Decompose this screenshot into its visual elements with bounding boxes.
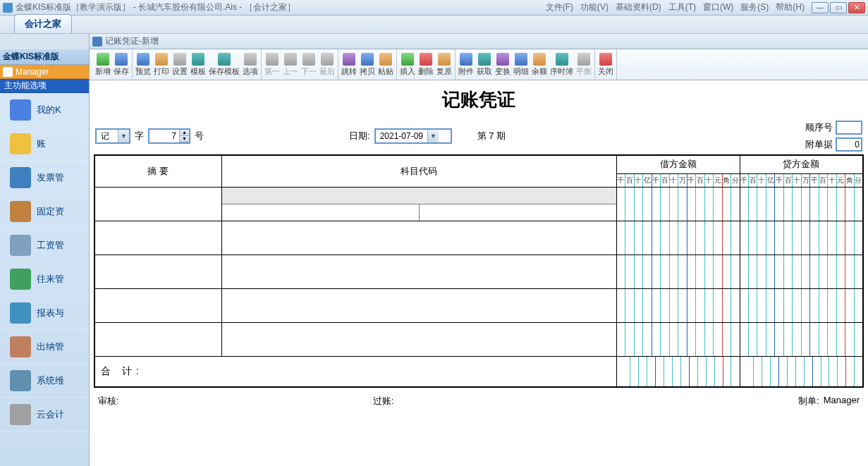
toolbar-icon <box>577 53 590 66</box>
nav-system[interactable]: 系统维 <box>0 364 89 398</box>
tb-设置[interactable]: 设置 <box>171 51 189 78</box>
nav-my-k[interactable]: 我的K <box>0 93 89 127</box>
right-info: 顺序号 附单据 0 <box>805 121 862 152</box>
tb-余额[interactable]: 余额 <box>530 51 549 78</box>
voucher-title: 记账凭证 <box>90 80 868 118</box>
voucher-info-row: 记 ▼ 字 7 ▲ ▼ 号 日期: 2021-07-09 ▼ 第 7 期 <box>90 118 868 154</box>
tb-拷贝[interactable]: 拷贝 <box>358 51 377 78</box>
nav-items: 我的K 账 发票管 固定资 工资管 往来管 报表与 出纳管 系统维 云会计 <box>0 93 89 466</box>
tab-accounting-home[interactable]: 会计之家 <box>14 14 72 33</box>
nav-ledger[interactable]: 账 <box>0 127 89 161</box>
voucher-icon <box>92 37 102 47</box>
total-debit <box>616 356 740 387</box>
toolbar-icon <box>284 53 297 66</box>
tb-明细[interactable]: 明细 <box>512 51 530 78</box>
tb-第一: 第一 <box>263 51 281 78</box>
nav-cloud[interactable]: 云会计 <box>0 398 89 431</box>
tb-粘贴[interactable]: 粘贴 <box>377 51 395 78</box>
tb-跳转[interactable]: 跳转 <box>340 51 358 78</box>
subwindow-title-row: 记账凭证-新增 <box>0 34 868 49</box>
subwindow-title: 记账凭证-新增 <box>90 34 868 49</box>
seq-input[interactable] <box>836 121 862 135</box>
table-row[interactable] <box>94 255 863 288</box>
tb-预览[interactable]: 预览 <box>134 51 152 78</box>
tb-平衡: 平衡 <box>575 51 593 78</box>
tb-保存[interactable]: 保存 <box>112 51 130 78</box>
toolbar-icon <box>361 53 374 66</box>
voucher-number-input[interactable]: 7 ▲ ▼ <box>148 128 190 144</box>
spin-down-icon[interactable]: ▼ <box>180 136 189 142</box>
chevron-down-icon[interactable]: ▼ <box>427 130 439 142</box>
tb-删除[interactable]: 删除 <box>417 51 435 78</box>
voucher-table-wrap: 摘 要 科目代码 借方金额 贷方金额 千百十亿千百十万千百十元角分 千百十亿千百… <box>90 154 868 388</box>
tb-获取[interactable]: 获取 <box>475 51 494 78</box>
header-code: 科目代码 <box>221 155 616 187</box>
seq-label: 顺序号 <box>805 121 833 134</box>
toolbar-icon <box>379 53 392 66</box>
toolbar-icon <box>533 53 546 66</box>
menu-basedata[interactable]: 基础资料(D) <box>614 1 663 13</box>
tb-保存模板[interactable]: 保存模板 <box>207 51 241 78</box>
nav-invoice[interactable]: 发票管 <box>0 161 89 195</box>
tb-打印[interactable]: 打印 <box>152 51 171 78</box>
tb-附件[interactable]: 附件 <box>457 51 475 78</box>
menu-help[interactable]: 帮助(H) <box>774 1 806 13</box>
table-row[interactable] <box>94 288 863 322</box>
tb-序时簿[interactable]: 序时簿 <box>549 51 575 78</box>
tb-选项[interactable]: 选项 <box>241 51 259 78</box>
cell-debit[interactable] <box>616 187 740 221</box>
toolbar-icon <box>515 53 527 66</box>
sig-maker: Manager <box>824 395 860 407</box>
cell-code[interactable] <box>221 187 616 221</box>
menu-tools[interactable]: 工具(T) <box>667 1 697 13</box>
exchange-icon <box>10 269 31 290</box>
maximize-button[interactable]: ▭ <box>830 2 847 13</box>
tb-关闭[interactable]: 关闭 <box>597 51 615 78</box>
table-row[interactable] <box>94 221 863 255</box>
voucher-kind-value: 记 <box>97 130 118 142</box>
menu-service[interactable]: 服务(S) <box>739 1 770 13</box>
tb-下一: 下一 <box>300 51 318 78</box>
nav-reports[interactable]: 报表与 <box>0 296 89 330</box>
nav-cashier[interactable]: 出纳管 <box>0 330 89 364</box>
toolbar-icon <box>343 53 355 66</box>
toolbar-icon <box>266 53 279 66</box>
menu-file[interactable]: 文件(F) <box>544 1 575 13</box>
close-button[interactable]: ✕ <box>848 2 865 13</box>
nav-payroll[interactable]: 工资管 <box>0 228 89 262</box>
toolbar-icon <box>137 53 149 66</box>
tb-模板[interactable]: 模板 <box>189 51 207 78</box>
total-row: 合 计: <box>94 356 863 387</box>
voucher-table: 摘 要 科目代码 借方金额 贷方金额 千百十亿千百十万千百十元角分 千百十亿千百… <box>94 154 864 388</box>
spin-up-icon[interactable]: ▲ <box>180 130 189 136</box>
cell-credit[interactable] <box>740 187 863 221</box>
table-row[interactable] <box>94 322 863 356</box>
toolbar-icon <box>155 53 168 66</box>
minimize-button[interactable]: — <box>812 2 829 13</box>
tb-变换[interactable]: 变换 <box>494 51 512 78</box>
bag-icon <box>10 336 31 357</box>
tb-新增[interactable]: 新增 <box>94 51 112 78</box>
tb-上一: 上一 <box>281 51 300 78</box>
table-row[interactable] <box>94 187 863 221</box>
nav-fixed-assets[interactable]: 固定资 <box>0 195 89 228</box>
user-name: Manager <box>16 67 49 77</box>
chevron-down-icon[interactable]: ▼ <box>118 130 129 142</box>
tb-插入[interactable]: 插入 <box>398 51 417 78</box>
nav-receivables[interactable]: 往来管 <box>0 262 89 296</box>
date-label: 日期: <box>349 130 370 142</box>
monitor-icon <box>10 99 31 121</box>
menu-func[interactable]: 功能(V) <box>579 1 610 13</box>
toolbar-icon <box>420 53 432 66</box>
main-options-header[interactable]: 主功能选项 <box>0 79 89 93</box>
attach-label: 附单据 <box>805 138 833 151</box>
sig-make-label: 制单: <box>798 395 819 407</box>
user-row[interactable]: Manager <box>0 65 89 79</box>
tb-复原[interactable]: 复原 <box>435 51 453 78</box>
word-label: 字 <box>135 130 144 142</box>
cell-summary[interactable] <box>94 187 221 221</box>
date-picker[interactable]: 2021-07-09 ▼ <box>374 128 452 144</box>
attach-input[interactable]: 0 <box>836 137 862 152</box>
menu-window[interactable]: 窗口(W) <box>702 1 735 13</box>
voucher-kind-select[interactable]: 记 ▼ <box>95 128 130 144</box>
